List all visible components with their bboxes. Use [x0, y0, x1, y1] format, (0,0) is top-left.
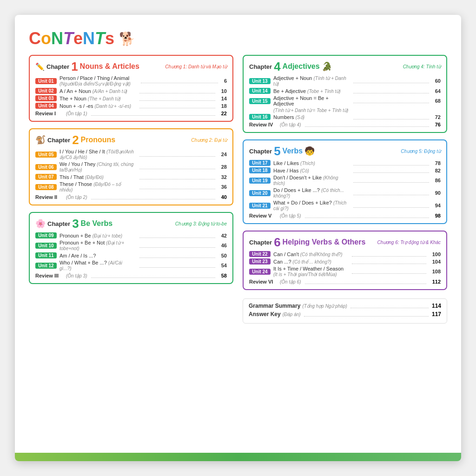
- unit-15-note: (Tính từ + Danh từ = Tobe + Tính từ): [273, 108, 441, 113]
- chapter-6-subtitle: Chương 6: Trợ động từ & Khác: [377, 240, 441, 245]
- unit-03-page: 14: [221, 96, 227, 101]
- unit-16-page: 72: [435, 114, 441, 120]
- unit-06-dots: [139, 165, 215, 169]
- unit-06-text: We / You / They (Chúng tôi, chúng ta/Bạn…: [60, 161, 135, 172]
- answer-key-label: Answer Key: [249, 311, 281, 317]
- unit-06-badge: Unit 06: [35, 164, 57, 170]
- unit-14-badge: Unit 14: [249, 88, 271, 94]
- unit-12-text: Who / What + Be ...? (Ai/Cái gì...?): [60, 260, 135, 271]
- unit-17-page: 78: [435, 160, 441, 166]
- unit-22-badge: Unit 22: [249, 251, 271, 257]
- unit-09-text: Pronoun + Be (Đại từ + tobe): [60, 233, 135, 238]
- contents-title: CoNTeNTs 🐕: [29, 29, 447, 48]
- unit-20-badge: Unit 20: [249, 190, 271, 196]
- unit-09-badge: Unit 09: [35, 232, 57, 238]
- unit-15-page: 68: [435, 98, 441, 104]
- review-1-page: 22: [221, 111, 227, 116]
- unit-23-page: 104: [432, 259, 441, 264]
- unit-01-badge: Unit 01: [35, 78, 57, 84]
- unit-19-page: 86: [435, 178, 441, 183]
- chapter-2-box: 🐒 Chapter 2 Pronouns Chương 2: Đại từ Un…: [29, 128, 233, 205]
- unit-21-dots: [353, 203, 429, 208]
- unit-07-text: This / That (Đây/Đó): [60, 174, 135, 180]
- unit-14-text: Be + Adjective (Tobe + Tính từ): [273, 88, 349, 94]
- unit-14-row: Unit 14 Be + Adjective (Tobe + Tính từ) …: [249, 88, 441, 94]
- unit-11-row: Unit 11 Am / Are / Is ...? 50: [35, 252, 227, 258]
- unit-24-dots: [352, 269, 426, 274]
- chapter-4-num: 4: [274, 60, 280, 73]
- chapter-5-header: Chapter 5 Verbs 🧒 Chương 5: Động từ: [249, 145, 441, 157]
- unit-07-row: Unit 07 This / That (Đây/Đó) 32: [35, 174, 227, 180]
- chapter-3-name: Be Verbs: [81, 219, 112, 228]
- review-6-page: 112: [432, 279, 441, 284]
- review-2-row: Review II (Ôn tập 2) 40: [35, 194, 227, 200]
- grammar-answer-section: Grammar Summary (Tổng hợp Ngữ pháp) 114 …: [243, 298, 447, 324]
- chapter-2-title: 🐒 Chapter 2 Pronouns: [35, 134, 115, 146]
- unit-07-badge: Unit 07: [35, 174, 57, 180]
- unit-15-dots: [353, 99, 429, 103]
- unit-12-row: Unit 12 Who / What + Be ...? (Ai/Cái gì.…: [35, 260, 227, 271]
- unit-04-dots: [139, 104, 215, 108]
- unit-08-badge: Unit 08: [35, 184, 57, 190]
- unit-10-page: 46: [221, 243, 227, 248]
- unit-07-dots: [139, 175, 215, 179]
- unit-17-text: Like / Likes (Thích): [273, 160, 349, 166]
- review-1-row: Review I (Ôn tập 1) 22: [35, 111, 227, 116]
- title-letter-s: s: [105, 29, 114, 48]
- unit-09-dots: [139, 233, 215, 238]
- chapter-5-word: Chapter: [249, 148, 272, 155]
- chapter-4-word: Chapter: [249, 63, 272, 70]
- unit-02-page: 10: [221, 88, 227, 94]
- unit-24-text: It Is + Time / Weather / Season (It is +…: [273, 266, 348, 277]
- review-2-dots: [91, 195, 215, 199]
- review-6-dots: [305, 279, 426, 284]
- unit-21-badge: Unit 21: [249, 203, 271, 209]
- unit-05-dots: [139, 152, 215, 157]
- answer-key-page: 117: [432, 311, 441, 317]
- unit-07-page: 32: [221, 174, 227, 180]
- chapter-6-word: Chapter: [249, 239, 272, 246]
- main-layout: ✏️ Chapter 1 Nouns & Articles Chương 1: …: [29, 55, 447, 449]
- bottom-decorative-bar: [15, 453, 461, 461]
- chapter-3-box: 🌸 Chapter 3 Be Verbs Chương 3: Động từ t…: [29, 212, 233, 284]
- dog-icon: 🐕: [119, 31, 135, 46]
- unit-17-row: Unit 17 Like / Likes (Thích) 78: [249, 160, 441, 166]
- unit-08-row: Unit 08 These / Those (Đây/Đó – số nhiều…: [35, 181, 227, 192]
- unit-04-page: 18: [221, 103, 227, 109]
- right-column: Chapter 4 Adjectives 🐊 Chương 4: Tính từ…: [243, 55, 447, 449]
- chapter-4-subtitle: Chương 4: Tính từ: [403, 64, 441, 69]
- review-4-row: Review IV (Ôn tập 4) 76: [249, 122, 441, 127]
- unit-23-badge: Unit 23: [249, 258, 271, 264]
- unit-03-badge: Unit 03: [35, 95, 57, 101]
- title-letter-t2: T: [95, 29, 105, 48]
- unit-04-row: Unit 04 Noun + -s / -es (Danh từ + -s/-e…: [35, 103, 227, 109]
- unit-18-page: 82: [435, 168, 441, 173]
- unit-23-dots: [352, 259, 426, 264]
- answer-key-viet: (Đáp án): [283, 312, 301, 317]
- chapter-3-word: Chapter: [47, 220, 70, 227]
- unit-08-text: These / Those (Đây/Đó – số nhiều): [60, 181, 135, 192]
- unit-01-dots: [141, 79, 218, 83]
- chapter-1-box: ✏️ Chapter 1 Nouns & Articles Chương 1: …: [29, 55, 233, 122]
- review-6-label: Review VI: [249, 279, 277, 284]
- chapter-1-subtitle: Chương 1: Danh từ và Mạo từ: [165, 64, 227, 69]
- unit-20-row: Unit 20 Do / Does + Like ...? (Có thích.…: [249, 187, 441, 198]
- review-5-page: 98: [435, 213, 441, 218]
- unit-10-dots: [139, 243, 215, 248]
- review-3-viet: (Ôn tập 3): [66, 273, 87, 278]
- unit-13-page: 60: [435, 78, 441, 84]
- unit-18-row: Unit 18 Have / Has (Có) 82: [249, 167, 441, 173]
- unit-13-dots: [353, 79, 429, 83]
- unit-03-text: The + Noun (The + Danh từ): [60, 96, 135, 101]
- review-2-page: 40: [221, 194, 227, 200]
- unit-05-text: I / You / He / She / It (Tôi/Bạn/Anh ấy/…: [60, 149, 135, 160]
- unit-10-badge: Unit 10: [35, 243, 57, 249]
- unit-17-badge: Unit 17: [249, 160, 271, 166]
- unit-03-dots: [139, 96, 215, 101]
- unit-03-row: Unit 03 The + Noun (The + Danh từ) 14: [35, 95, 227, 101]
- chapter-6-header: Chapter 6 Helping Verbs & Others Chương …: [249, 236, 441, 248]
- review-4-viet: (Ôn tập 4): [280, 122, 301, 127]
- review-3-label: Review III: [35, 273, 63, 278]
- unit-11-page: 50: [221, 253, 227, 258]
- unit-05-page: 24: [221, 152, 227, 157]
